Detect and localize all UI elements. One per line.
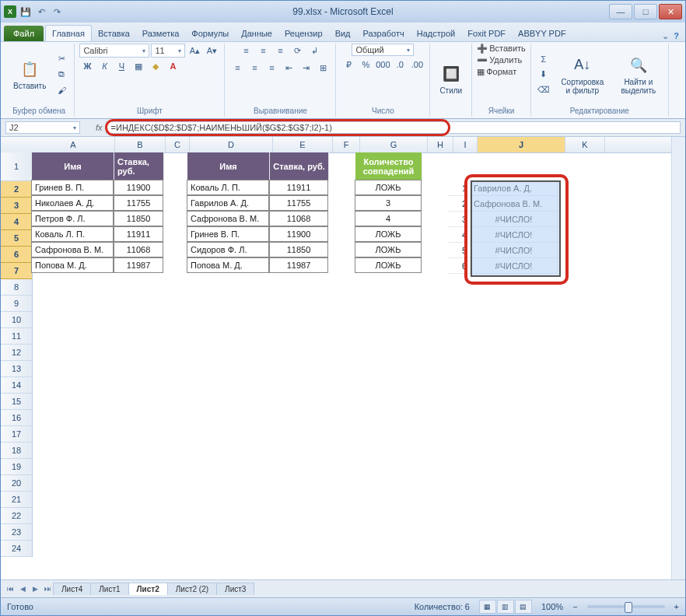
wrap-text-icon[interactable]: ↲ [306,44,322,58]
view-normal-icon[interactable]: ▦ [479,600,496,614]
view-break-icon[interactable]: ▤ [515,600,532,614]
cell-G3[interactable]: 3 [355,195,422,211]
grid[interactable]: ИмяСтавка, руб.ИмяСтавка, руб.Количество… [32,152,672,579]
row-header-4[interactable]: 4 [1,214,32,230]
vertical-scrollbar[interactable] [671,137,685,579]
cell-E4[interactable]: 11068 [269,211,328,226]
minimize-button[interactable]: — [609,4,632,19]
row-header-6[interactable]: 6 [1,247,32,263]
insert-cells-icon[interactable]: ➕ [477,44,488,54]
shrink-font-icon[interactable]: A▾ [204,44,219,58]
select-all-corner[interactable] [1,137,33,153]
align-left-icon[interactable]: ≡ [229,61,245,75]
number-format-combo[interactable]: Общий▾ [352,44,414,56]
cell-D2[interactable]: Коваль Л. П. [187,180,269,195]
maximize-button[interactable]: □ [634,4,657,19]
align-right-icon[interactable]: ≡ [264,61,279,75]
ribbon-minimize-icon[interactable]: ⌄ [662,31,669,41]
row-header-10[interactable]: 10 [1,312,32,328]
name-box[interactable]: J2▾ [5,121,80,134]
column-headers[interactable]: ABCDEFGHIJK [32,137,685,153]
zoom-in-icon[interactable]: + [674,602,679,611]
row-header-12[interactable]: 12 [1,345,32,361]
sheet-tab-Лист3[interactable]: Лист3 [216,583,254,595]
row-header-17[interactable]: 17 [1,426,32,443]
cell-A7[interactable]: Попова М. Д. [31,257,114,273]
cell-A2[interactable]: Гринев В. П. [31,180,114,195]
sheet-nav-prev[interactable]: ◀ [16,583,29,595]
row-header-15[interactable]: 15 [1,394,32,410]
cell-B6[interactable]: 11068 [114,242,163,257]
autosum-icon[interactable]: Σ [536,52,551,66]
col-header-J[interactable]: J [478,137,565,152]
tab-formulas[interactable]: Формулы [185,26,235,41]
row-header-11[interactable]: 11 [1,328,32,345]
dec-decimal-icon[interactable]: .00 [409,58,425,72]
close-button[interactable]: ✕ [659,4,682,19]
col-header-E[interactable]: E [273,137,333,152]
tab-view[interactable]: Вид [329,26,357,41]
col-header-A[interactable]: A [32,137,115,152]
cell-E6[interactable]: 11850 [269,242,328,257]
tab-addins[interactable]: Надстрой [411,26,461,41]
grow-font-icon[interactable]: A▴ [187,44,202,58]
cell-G2[interactable]: ЛОЖЬ [355,180,422,195]
row-header-3[interactable]: 3 [1,198,32,214]
fill-icon[interactable]: ⬇ [536,68,551,82]
cell-A3[interactable]: Николаев А. Д. [31,195,114,211]
row-header-1[interactable]: 1 [1,152,32,181]
delete-cells-label[interactable]: Удалить [489,55,522,65]
row-header-2[interactable]: 2 [1,181,32,198]
indent-dec-icon[interactable]: ⇤ [281,61,296,75]
zoom-level[interactable]: 100% [541,602,563,611]
cell-E2[interactable]: 11911 [269,180,328,195]
row-header-14[interactable]: 14 [1,377,32,394]
col-header-H[interactable]: H [428,137,453,152]
sheet-tab-Лист4[interactable]: Лист4 [53,583,91,595]
cell-A1[interactable]: Имя [32,152,114,180]
font-name-combo[interactable]: Calibri▾ [79,44,149,58]
sheet-tab-Лист2 (2)[interactable]: Лист2 (2) [167,583,217,595]
tab-review[interactable]: Рецензир [278,26,329,41]
sheet-tab-Лист1[interactable]: Лист1 [90,583,128,595]
sheet-nav-next[interactable]: ▶ [29,583,41,595]
tab-developer[interactable]: Разработч [357,26,411,41]
font-color-icon[interactable]: A [165,59,180,73]
row-header-18[interactable]: 18 [1,443,32,459]
help-icon[interactable]: ? [674,31,679,41]
format-cells-label[interactable]: Формат [486,67,516,77]
col-header-F[interactable]: F [333,137,360,152]
merge-icon[interactable]: ⊞ [315,61,331,75]
tab-abbyy[interactable]: ABBYY PDF [512,26,572,41]
cell-G4[interactable]: 4 [355,211,422,226]
cell-I3[interactable]: 2 [447,196,471,212]
cell-E1[interactable]: Ставка, руб. [270,152,329,180]
col-header-I[interactable]: I [453,137,478,152]
sheet-nav-first[interactable]: ⏮ [4,583,16,595]
row-header-24[interactable]: 24 [1,541,32,557]
clear-icon[interactable]: ⌫ [536,83,551,97]
fx-icon[interactable]: fx [96,123,103,132]
cell-D3[interactable]: Гаврилов А. Д. [187,195,269,211]
worksheet-area[interactable]: ABCDEFGHIJK 1234567891011121314151617181… [1,137,685,579]
sheet-tab-Лист2[interactable]: Лист2 [128,583,168,595]
indent-inc-icon[interactable]: ⇥ [298,61,313,75]
cell-E3[interactable]: 11755 [269,195,328,211]
cell-I5[interactable]: 4 [447,227,471,243]
format-cells-icon[interactable]: ▦ [477,67,485,77]
border-icon[interactable]: ▦ [131,59,146,73]
sort-filter-button[interactable]: A↓ Сортировка и фильтр [555,53,611,96]
row-header-22[interactable]: 22 [1,508,32,524]
inc-decimal-icon[interactable]: .0 [392,58,408,72]
row-header-9[interactable]: 9 [1,296,32,312]
cell-G1[interactable]: Количество совпадений [355,152,422,180]
row-header-7[interactable]: 7 [1,263,32,279]
col-header-G[interactable]: G [360,137,428,152]
cell-B2[interactable]: 11900 [114,180,163,195]
cut-icon[interactable]: ✂ [54,52,69,66]
cell-I7[interactable]: 6 [447,258,471,274]
cell-I4[interactable]: 3 [447,212,471,227]
font-size-combo[interactable]: 11▾ [151,44,185,58]
col-header-D[interactable]: D [190,137,273,152]
row-header-8[interactable]: 8 [1,279,32,296]
